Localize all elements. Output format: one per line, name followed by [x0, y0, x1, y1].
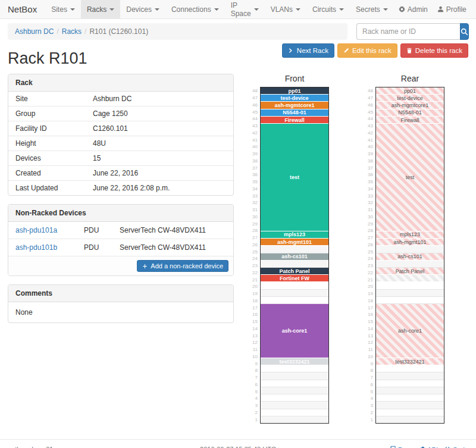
brand-link[interactable]: NetBox [8, 0, 37, 18]
rack-attributes: SiteAshburn DCGroupCage 1250Facility IDC… [8, 92, 233, 195]
footer: netbox-demo01 2016-06-27 15:35:48 UTC Do… [0, 439, 476, 448]
rack-unit-number: 19 [249, 290, 258, 297]
rack-device[interactable]: Patch Panel [376, 268, 444, 275]
rack-attribute-value[interactable]: Cage 1250 [93, 109, 128, 118]
nav-item-log-out[interactable]: Log out [471, 0, 476, 18]
rack-unit-number: 15 [365, 318, 373, 325]
rack-device[interactable]: ash-mgmtcore1 [261, 102, 328, 109]
rack-unit-number: 34 [249, 186, 258, 193]
rack-device[interactable]: ash-cs101 [261, 253, 328, 261]
rack-device[interactable]: ash-mgmt101 [261, 239, 328, 246]
rack-unit-empty [261, 246, 328, 253]
rack-device[interactable]: test [376, 124, 444, 231]
next-rack-button[interactable]: Next Rack [282, 43, 334, 58]
nav-item-ip-space[interactable]: IP Space [225, 0, 265, 18]
rack-attribute-value[interactable]: Ashburn DC [93, 95, 131, 103]
nav-item-secrets[interactable]: Secrets [350, 0, 394, 18]
rack-unit-number: 23 [365, 262, 373, 270]
rack-device[interactable] [376, 275, 444, 282]
rack-unit-number: 1 [249, 416, 258, 423]
rack-device[interactable]: test [261, 124, 328, 231]
rack-unit-number: 19 [365, 290, 373, 297]
edit-rack-button[interactable]: Edit this rack [337, 43, 397, 58]
search-button[interactable] [460, 23, 469, 40]
rack-device[interactable]: pp01 [261, 87, 328, 95]
plus-icon [142, 264, 148, 269]
rack-device[interactable]: test3232421 [261, 358, 328, 365]
rack-actions: Next Rack Edit this rack Delete this rac… [282, 43, 468, 58]
main-nav: SitesRacksDevicesConnectionsIP SpaceVLAN… [45, 0, 394, 18]
rack-attribute-value[interactable]: 15 [93, 154, 101, 162]
rack-device[interactable]: pp01 [376, 87, 444, 95]
breadcrumb-item[interactable]: Ashburn DC [15, 27, 54, 36]
rack-device[interactable]: ash-core1 [376, 304, 444, 358]
rack-device[interactable]: Fortinet FW [261, 275, 328, 282]
breadcrumb-item[interactable]: Racks [62, 27, 82, 36]
footer-hostname: netbox-demo01 [8, 446, 161, 448]
rack-panel: Rack SiteAshburn DCGroupCage 1250Facilit… [8, 74, 234, 196]
rack-unit-empty [376, 282, 444, 289]
rack-unit-number: 22 [249, 270, 258, 277]
rack-unit-number: 47 [249, 95, 258, 102]
rack-unit-number: 22 [365, 270, 373, 277]
rack-device[interactable]: mpls123 [261, 231, 328, 239]
rack-device[interactable]: test3232421 [376, 358, 444, 365]
rack-unit-number: 15 [249, 318, 258, 325]
chevron-down-icon [296, 8, 300, 11]
nav-item-vlans[interactable]: VLANs [265, 0, 306, 18]
rack-unit-number: 45 [365, 108, 373, 115]
rack-unit-number: 25 [249, 248, 258, 255]
device-link[interactable]: ash-pdu101b [15, 243, 84, 252]
nav-item-circuits[interactable]: Circuits [306, 0, 350, 18]
add-non-racked-device-button[interactable]: Add a non-racked device [137, 260, 228, 272]
rack-device[interactable]: N5548-01 [376, 109, 444, 117]
rack-unit-number: 28 [249, 227, 258, 234]
rack-attribute-row: CreatedJune 22, 2016 [8, 166, 233, 181]
nav-item-connections[interactable]: Connections [165, 0, 225, 18]
rack-unit-number: 46 [365, 102, 373, 109]
rack-unit-number: 3 [365, 402, 373, 409]
nav-item-profile[interactable]: Profile [433, 0, 471, 18]
nav-item-sites[interactable]: Sites [45, 0, 81, 18]
rack-unit-empty [261, 372, 328, 380]
comments-panel: Comments None [8, 284, 234, 323]
rack-unit-number: 8 [365, 367, 373, 374]
rack-device[interactable]: Firewall [376, 117, 444, 124]
user-icon [437, 6, 444, 12]
rack-attribute-value: June 22, 2016 2:08 p.m. [93, 184, 170, 192]
front-unit-numbers: 4847464544434241403938373635343332313029… [249, 87, 260, 424]
rack-device[interactable]: mpls123 [376, 231, 444, 239]
device-link[interactable]: ash-pdu101a [15, 226, 84, 234]
rack-unit-empty [376, 402, 444, 409]
rack-unit-number: 33 [249, 192, 258, 199]
rack-unit-empty [261, 290, 328, 297]
rack-device[interactable]: test-device [376, 95, 444, 102]
rack-unit-number: 7 [249, 374, 258, 381]
rack-device[interactable]: Patch Panel [261, 268, 328, 275]
breadcrumb: Ashburn DC/Racks/R101 (C1260.101) [8, 23, 347, 40]
delete-rack-button[interactable]: Delete this rack [400, 43, 468, 58]
rack-device[interactable]: ash-mgmtcore1 [376, 102, 444, 109]
rack-unit-number: 3 [249, 402, 258, 409]
rack-unit-empty [376, 380, 444, 387]
rack-unit-number: 18 [249, 297, 258, 305]
rack-device[interactable]: test-device [261, 95, 328, 102]
rack-unit-empty [376, 290, 444, 297]
rack-unit-number: 43 [249, 123, 258, 130]
search-input[interactable] [356, 23, 460, 40]
rack-unit-number: 38 [365, 158, 373, 165]
rack-unit-number: 29 [249, 220, 258, 227]
nav-item-devices[interactable]: Devices [120, 0, 165, 18]
rack-unit-empty [261, 365, 328, 372]
nav-item-admin[interactable]: Admin [394, 0, 433, 18]
rack-device[interactable]: ash-core1 [261, 304, 328, 358]
comments-title: Comments [8, 285, 233, 302]
rack-device[interactable]: N5548-01 [261, 109, 328, 117]
rack-unit-empty [261, 261, 328, 268]
rack-unit-number: 41 [365, 136, 373, 143]
page-title: Rack R101 [8, 49, 87, 68]
nav-item-racks[interactable]: Racks [81, 0, 120, 18]
rack-device[interactable]: ash-cs101 [376, 253, 444, 261]
rack-device[interactable]: ash-mgmt101 [376, 239, 444, 246]
rack-device[interactable]: Firewall [261, 117, 328, 124]
